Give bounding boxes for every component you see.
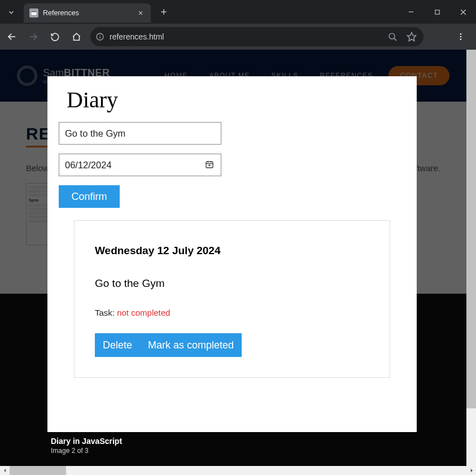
hscroll-right-arrow[interactable] xyxy=(466,466,476,475)
site-info-icon[interactable] xyxy=(95,32,105,42)
new-tab-button[interactable] xyxy=(158,6,170,18)
browser-titlebar: References xyxy=(0,0,476,24)
entry-actions: Delete Mark as completed xyxy=(95,333,242,357)
window-controls xyxy=(398,0,476,24)
reload-button[interactable] xyxy=(45,27,64,46)
tab-search-button[interactable] xyxy=(3,5,19,20)
svg-line-16 xyxy=(394,38,396,40)
browser-toolbar xyxy=(0,24,476,50)
svg-marker-26 xyxy=(3,469,5,473)
svg-marker-27 xyxy=(470,469,472,473)
svg-rect-7 xyxy=(435,10,439,14)
svg-point-18 xyxy=(460,33,462,35)
vertical-scrollbar[interactable] xyxy=(466,50,476,466)
tab-title: References xyxy=(43,9,132,17)
date-input-wrapper xyxy=(59,154,221,176)
hscroll-left-arrow[interactable] xyxy=(0,466,10,475)
browser-menu-button[interactable] xyxy=(451,27,470,46)
svg-marker-17 xyxy=(408,33,416,41)
svg-point-19 xyxy=(460,36,462,38)
svg-marker-25 xyxy=(208,164,211,166)
entry-status: Task: not completed xyxy=(95,308,369,317)
home-button[interactable] xyxy=(67,27,86,46)
viewport: SamBITTNER W HOME ABOUT ME SKILLS REFERE… xyxy=(0,50,476,475)
caption-counter: Image 2 of 3 xyxy=(51,447,122,455)
status-label: Task: xyxy=(95,308,117,317)
entry-task: Go to the Gym xyxy=(95,277,369,290)
svg-point-14 xyxy=(99,34,100,35)
status-value: not completed xyxy=(117,308,170,317)
calendar-icon[interactable] xyxy=(205,160,215,170)
svg-point-15 xyxy=(389,33,395,39)
diary-entry-card: Wednesday 12 July 2024 Go to the Gym Tas… xyxy=(74,220,390,378)
bookmark-icon[interactable] xyxy=(404,29,419,44)
task-input-wrapper xyxy=(59,122,221,145)
task-input[interactable] xyxy=(65,128,215,139)
zoom-icon[interactable] xyxy=(385,29,400,44)
horizontal-scrollbar[interactable] xyxy=(0,466,476,475)
caption-title: Diary in JavaScript xyxy=(51,437,122,446)
close-window-button[interactable] xyxy=(450,0,476,24)
svg-point-20 xyxy=(460,38,462,40)
delete-button[interactable]: Delete xyxy=(95,333,140,357)
address-bar[interactable] xyxy=(90,27,423,46)
lightbox-caption: Diary in JavaScript Image 2 of 3 xyxy=(51,437,122,455)
modal-title: Diary xyxy=(67,86,411,113)
tab-close-button[interactable] xyxy=(136,8,145,18)
url-input[interactable] xyxy=(110,32,381,41)
back-button[interactable] xyxy=(2,27,21,46)
minimize-button[interactable] xyxy=(398,0,424,24)
mark-completed-button[interactable]: Mark as completed xyxy=(140,333,242,357)
svg-rect-1 xyxy=(32,11,37,12)
date-input[interactable] xyxy=(65,160,205,171)
confirm-button[interactable]: Confirm xyxy=(59,185,120,208)
vertical-scroll-thumb[interactable] xyxy=(466,50,476,408)
maximize-button[interactable] xyxy=(424,0,450,24)
browser-tab[interactable]: References xyxy=(24,3,151,23)
diary-modal: Diary Confirm Wednesday 12 July 2024 Go … xyxy=(47,76,417,432)
horizontal-scroll-thumb[interactable] xyxy=(10,466,66,475)
tab-favicon xyxy=(29,8,38,18)
entry-date: Wednesday 12 July 2024 xyxy=(95,245,369,257)
forward-button[interactable] xyxy=(24,27,43,46)
